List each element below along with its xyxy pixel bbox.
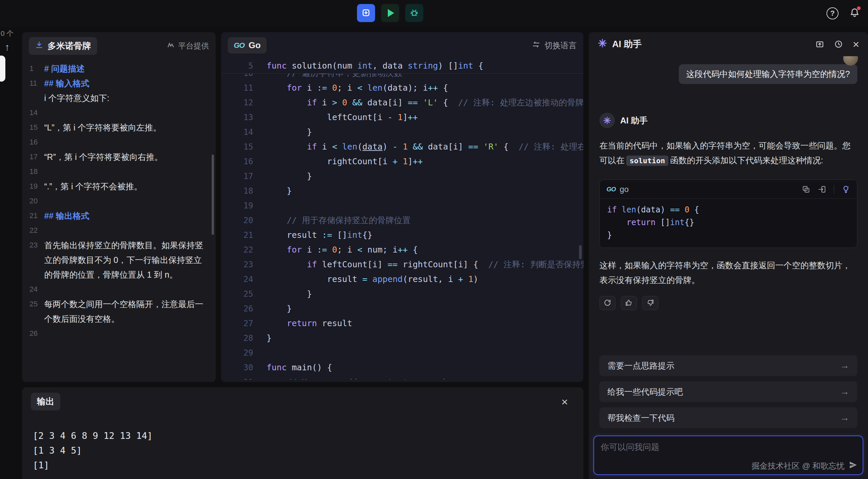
divider — [834, 185, 834, 194]
output-line: [1 3 4 5] — [33, 443, 572, 458]
debug-button[interactable] — [405, 4, 423, 22]
rail-handle[interactable] — [0, 56, 5, 81]
language-label: Go — [248, 40, 260, 50]
arrow-right-icon: → — [840, 412, 849, 423]
collapse-up-icon[interactable]: ↑ — [5, 41, 10, 53]
code-line: 22 for i := 0; i < num; i++ { — [221, 242, 583, 257]
code-editor-panel: GO Go 切换语言 5func solution(num int, data … — [221, 32, 583, 382]
ai-close-button[interactable]: × — [852, 38, 859, 50]
provider-logo-icon — [167, 41, 175, 51]
problem-title-chip: 多米诺骨牌 — [29, 37, 97, 55]
code-line: return []int{} — [607, 216, 849, 229]
ai-panel-title: AI 助手 — [612, 38, 642, 50]
assistant-paragraph: 这样，如果输入的字符串为空，函数会直接返回一个空的整数切片，表示没有保持竖立的骨… — [599, 258, 857, 287]
insert-code-icon[interactable] — [818, 185, 827, 194]
switch-language-label: 切换语言 — [545, 40, 577, 51]
code-line: 19 — [221, 198, 583, 213]
code-line: 28} — [221, 331, 583, 346]
code-lines: 10 // 遍历字符串，更新推动次数11 for i := 0; i < len… — [221, 59, 583, 380]
code-block-lang-label: go — [620, 185, 629, 194]
share-conversation-icon[interactable] — [815, 39, 825, 49]
add-button[interactable] — [357, 4, 375, 22]
problem-title: 多米诺骨牌 — [48, 40, 91, 52]
ai-header-icons: × — [815, 38, 859, 50]
code-line: 15 if i < len(data) - 1 && data[i] == 'R… — [221, 139, 583, 154]
problem-line: 25每两个数之间用一个空格隔开，注意最后一个数后面没有空格。 — [29, 297, 216, 326]
user-message: 这段代码中如何处理输入字符串为空的情况? — [679, 64, 857, 84]
code-line: 5func solution(num int, data string) []i… — [221, 59, 583, 73]
code-line: 27 return result — [221, 316, 583, 331]
provider-label: 平台提供 — [178, 41, 209, 51]
thumbs-down-button[interactable] — [642, 296, 658, 310]
download-icon — [35, 40, 43, 52]
topbar-actions — [357, 4, 423, 22]
chat-input[interactable] — [594, 436, 863, 474]
suggestion-button[interactable]: 帮我检查一下代码 → — [599, 407, 857, 428]
problem-line: 23首先输出保持竖立的骨牌数目。如果保持竖立的骨牌数目不为 0，下一行输出保持竖… — [29, 238, 216, 282]
message-actions — [599, 296, 857, 310]
bell-icon — [849, 13, 860, 19]
code-line: 25 } — [221, 287, 583, 301]
thumbs-up-button[interactable] — [621, 296, 637, 310]
help-button[interactable]: ? — [827, 7, 839, 20]
run-button[interactable] — [381, 4, 399, 22]
problem-line: 16 — [29, 135, 216, 149]
regenerate-button[interactable] — [599, 296, 616, 310]
code-line: 20 // 用于存储保持竖立的骨牌位置 — [221, 213, 583, 228]
editor-scrollbar[interactable] — [579, 245, 582, 259]
code-block-body: if len(data) == 0 { return []int{}} — [600, 199, 857, 247]
problem-line: i 个字符意义如下: — [29, 91, 216, 105]
code-line: 21 result := []int{} — [221, 228, 583, 242]
code-line: 29 — [221, 346, 583, 360]
problem-panel: 多米诺骨牌 平台提供 1# 问题描述11## 输入格式i 个字符意义如下:141… — [22, 32, 216, 382]
assistant-name: AI 助手 — [620, 115, 648, 126]
code-editor[interactable]: 5func solution(num int, data string) []i… — [221, 59, 583, 380]
code-line: 16 rightCount[i + 1]++ — [221, 154, 583, 169]
code-block-actions — [802, 185, 850, 194]
notification-dot — [857, 6, 861, 10]
chat-input-box[interactable]: 掘金技术社区 @ 和歌忘忧 — [593, 436, 863, 475]
code-line: 31 // You can add more test cases here — [221, 375, 583, 380]
suggestion-label: 帮我检查一下代码 — [608, 412, 675, 423]
history-icon[interactable] — [834, 39, 843, 49]
chat-area: 这段代码中如何处理输入字符串为空的情况? AI 助手 在当前的代码中，如果输入的… — [589, 56, 868, 355]
arrow-right-icon: → — [840, 386, 849, 397]
code-line: 17 } — [221, 169, 583, 184]
add-icon — [361, 8, 371, 19]
bug-icon — [409, 8, 419, 19]
go-logo-icon: GO — [234, 41, 244, 50]
rail-count-label: 0 个 — [1, 29, 14, 38]
code-block-header: GO go — [600, 180, 857, 199]
ai-header: AI 助手 × — [589, 32, 868, 56]
problem-provider: 平台提供 — [167, 41, 209, 51]
problem-line: 18 — [29, 164, 216, 179]
topbar-right: ? — [827, 7, 860, 20]
assistant-row: AI 助手 — [599, 113, 857, 128]
notifications-button[interactable] — [849, 7, 860, 20]
code-line: 26 } — [221, 301, 583, 316]
code-line: 14 } — [221, 125, 583, 139]
help-label: ? — [830, 9, 835, 18]
problem-line: 20 — [29, 194, 216, 208]
bulb-icon[interactable] — [841, 185, 850, 194]
ai-spark-icon — [597, 38, 608, 50]
ai-assistant-panel: AI 助手 × 这段代码中如何处理输入字符串为空的情况? AI 助手 在当前的代… — [589, 32, 868, 479]
problem-line: 24 — [29, 282, 216, 297]
problem-content: 1# 问题描述11## 输入格式i 个字符意义如下:1415“L”，第 i 个字… — [22, 60, 216, 341]
topbar: ? — [0, 0, 868, 27]
problem-line: 14 — [29, 105, 216, 120]
problem-line: 21## 输出格式 — [29, 208, 216, 223]
problem-scrollbar[interactable] — [212, 155, 214, 235]
output-close-button[interactable]: × — [561, 396, 568, 407]
problem-line: 11## 输入格式 — [29, 76, 216, 91]
problem-line: 15“L”，第 i 个字符将要被向左推。 — [29, 120, 216, 135]
suggestion-button[interactable]: 给我一些代码提示吧 → — [599, 381, 857, 402]
suggestion-button[interactable]: 需要一点思路提示 → — [599, 355, 857, 376]
problem-line: 17“R”，第 i 个字符将要被向右推。 — [29, 149, 216, 164]
assistant-code-block: GO go if len(data) == 0 { retur — [599, 180, 857, 248]
code-line: 18 } — [221, 184, 583, 198]
switch-language-button[interactable]: 切换语言 — [532, 40, 577, 51]
code-line: 30func main() { — [221, 360, 583, 375]
copy-icon[interactable] — [802, 185, 810, 194]
sticky-code-line: 5func solution(num int, data string) []i… — [221, 59, 583, 74]
